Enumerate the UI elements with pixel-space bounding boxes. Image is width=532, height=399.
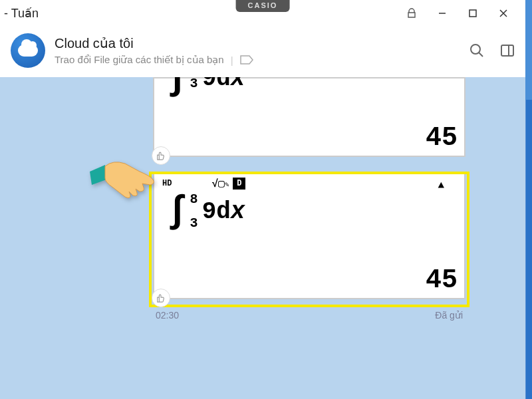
reaction-button[interactable]: [152, 289, 170, 307]
avatar[interactable]: [11, 33, 45, 68]
lock-icon[interactable]: [396, 0, 427, 27]
desktop-background: [525, 100, 532, 399]
contact-title: Cloud của tôi: [55, 35, 460, 51]
lower-bound: 3: [190, 217, 198, 230]
maximize-button[interactable]: [458, 0, 488, 27]
timestamp: 02:30: [156, 310, 179, 321]
panel-toggle-icon[interactable]: [500, 43, 515, 58]
close-button[interactable]: [488, 0, 519, 27]
contact-subtitle: Trao đổi File giữa các thiết bị của bạn …: [55, 54, 460, 66]
integrand-dx: d: [216, 77, 231, 92]
svg-point-2: [471, 45, 480, 54]
pointing-hand-icon: [86, 152, 160, 214]
svg-rect-1: [469, 10, 476, 17]
integral-expression: ∫ 3 9dx: [166, 77, 245, 97]
message-group: ∫ 3 9dx 45 HD: [153, 77, 466, 299]
integrand-dx: d: [216, 198, 231, 225]
chat-area: ∫ 3 9dx 45 HD: [0, 77, 525, 399]
message-meta: 02:30 Đã gửi: [153, 310, 466, 321]
hd-label: HD: [162, 179, 172, 188]
app-window: CASIO - Tuấn Cloud của tôi Trao đổi File…: [0, 0, 525, 399]
up-arrow-icon: ▲: [438, 180, 444, 192]
integrand-num: 9: [202, 198, 217, 225]
d-mode-icon: D: [233, 178, 245, 190]
result-value: 45: [426, 123, 458, 153]
minimize-button[interactable]: [427, 0, 458, 27]
window-title: - Tuấn: [4, 6, 39, 21]
message-image-2[interactable]: HD √▢✎ D ▲ ∫ 8 3 9dx: [153, 173, 466, 299]
calc-status-bar: HD √▢✎ D: [154, 174, 464, 190]
integral-expression: ∫ 8 3 9dx: [166, 193, 245, 230]
integrand-num: 9: [202, 77, 217, 92]
message-image-1[interactable]: ∫ 3 9dx 45: [153, 77, 466, 157]
contact-infobar: Cloud của tôi Trao đổi File giữa các thi…: [0, 27, 525, 77]
upper-bound: 8: [190, 193, 198, 206]
svg-line-3: [479, 53, 483, 57]
svg-rect-4: [501, 45, 513, 56]
result-value: 45: [426, 265, 458, 295]
sent-status: Đã gửi: [435, 310, 463, 321]
cloud-icon: [18, 45, 38, 57]
search-icon[interactable]: [469, 43, 484, 58]
lower-bound: 3: [190, 77, 198, 90]
sqrt-icon: √▢✎: [211, 177, 229, 190]
subtitle-text: Trao đổi File giữa các thiết bị của bạn: [55, 54, 224, 66]
casio-tab: CASIO: [236, 0, 290, 12]
tag-icon: [240, 55, 253, 65]
